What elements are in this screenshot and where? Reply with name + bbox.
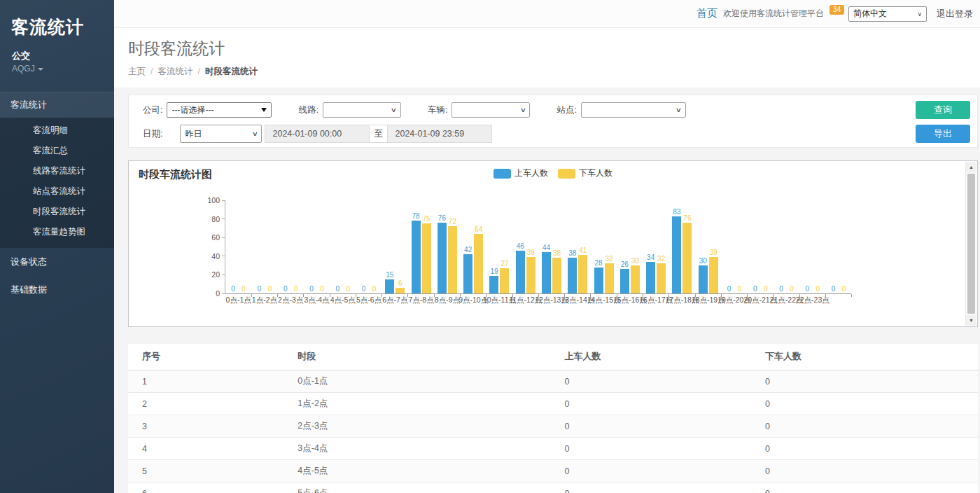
table-row: 65点-6点00 bbox=[128, 482, 978, 493]
bar-value-label: 78 bbox=[412, 212, 420, 220]
bar[interactable] bbox=[578, 255, 587, 293]
bar[interactable] bbox=[657, 263, 666, 293]
bar-group: 002点-3点 bbox=[278, 201, 304, 293]
bar[interactable] bbox=[699, 265, 708, 293]
language-select[interactable]: 简体中文 ∨ bbox=[848, 6, 927, 22]
bar[interactable] bbox=[489, 276, 498, 293]
bar-group: 78757点-8点 bbox=[408, 201, 434, 293]
vehicle-label: 车辆: bbox=[428, 104, 447, 116]
bar-column: 0 bbox=[724, 285, 734, 293]
bar[interactable] bbox=[631, 265, 640, 293]
bar-value-label: 83 bbox=[673, 208, 680, 216]
station-select[interactable]: ∨ bbox=[581, 102, 686, 118]
bar[interactable] bbox=[620, 269, 629, 293]
breadcrumb-home[interactable]: 主页 bbox=[128, 67, 146, 76]
bar-group: 004点-5点 bbox=[330, 201, 356, 293]
bar[interactable] bbox=[542, 252, 551, 293]
breadcrumb-parent[interactable]: 客流统计 bbox=[158, 67, 192, 76]
date-to-input[interactable]: 2024-01-09 23:59 bbox=[388, 125, 491, 142]
bar[interactable] bbox=[672, 216, 681, 293]
sidebar-section[interactable]: 设备状态 bbox=[0, 248, 114, 276]
bar-group: 837617点-18点 bbox=[669, 201, 695, 293]
vehicle-select[interactable]: ∨ bbox=[451, 102, 530, 118]
bar-column: 0 bbox=[370, 285, 379, 293]
language-value: 简体中文 bbox=[853, 8, 887, 20]
station-label: 站点: bbox=[556, 104, 576, 116]
y-axis-tick: 100 bbox=[197, 196, 225, 204]
notification-badge[interactable]: 34 bbox=[830, 5, 844, 15]
bar-group: 384113点-14点 bbox=[565, 201, 591, 293]
chevron-down-icon: ∨ bbox=[391, 106, 397, 113]
bar-value-label: 38 bbox=[553, 249, 561, 257]
table-cell: 4点-5点 bbox=[292, 460, 559, 482]
date-preset-select[interactable]: 昨日 ∨ bbox=[180, 125, 262, 143]
home-link[interactable]: 首页 bbox=[696, 7, 718, 20]
bar-value-label: 32 bbox=[606, 255, 613, 263]
bar-value-label: 30 bbox=[699, 257, 707, 265]
table-cell: 1 bbox=[128, 370, 292, 393]
company-select[interactable]: ---请选择--- bbox=[167, 102, 272, 118]
bar-column: 76 bbox=[682, 214, 692, 293]
sidebar-item[interactable]: 时段客流统计 bbox=[0, 202, 114, 222]
export-button[interactable]: 导出 bbox=[916, 125, 970, 143]
bar-value-label: 6 bbox=[398, 279, 402, 287]
table-cell: 0 bbox=[559, 415, 760, 438]
bar-value-label: 0 bbox=[832, 285, 836, 293]
bar-value-label: 0 bbox=[779, 285, 783, 293]
bar-value-label: 76 bbox=[438, 214, 446, 222]
bar[interactable] bbox=[594, 268, 603, 293]
bar-group: 005点-6点 bbox=[356, 201, 382, 293]
sidebar-item[interactable]: 客流明细 bbox=[0, 120, 114, 141]
date-from-input[interactable]: 2024-01-09 00:00 bbox=[265, 125, 369, 142]
bar[interactable] bbox=[526, 257, 536, 293]
org-code-dropdown[interactable]: AQGJ bbox=[12, 64, 102, 74]
chart-panel: 时段车流统计图 上车人数下车人数 020406080100000点-1点001点… bbox=[128, 160, 978, 327]
bar[interactable] bbox=[385, 279, 394, 293]
chart-scrollbar[interactable]: ▲ ▼ bbox=[965, 162, 976, 326]
sidebar-item[interactable]: 客流汇总 bbox=[0, 141, 114, 161]
sidebar-section[interactable]: 客流统计 bbox=[0, 92, 114, 118]
sidebar-item[interactable]: 线路客流统计 bbox=[0, 161, 114, 181]
table-cell: 2 bbox=[128, 393, 292, 415]
line-select[interactable]: ∨ bbox=[323, 102, 401, 118]
bar[interactable] bbox=[568, 258, 577, 293]
bar-group: 463911点-12点 bbox=[512, 201, 538, 293]
bar[interactable] bbox=[500, 268, 509, 293]
sidebar-item[interactable]: 客流量趋势图 bbox=[0, 222, 114, 242]
sidebar-section[interactable]: 基础数据 bbox=[0, 276, 114, 304]
scrollbar-thumb[interactable] bbox=[967, 174, 975, 314]
sidebar-item[interactable]: 站点客流统计 bbox=[0, 181, 114, 202]
bar[interactable] bbox=[474, 234, 483, 293]
bar-group: 0021点-22点 bbox=[774, 201, 799, 293]
bar[interactable] bbox=[682, 223, 692, 293]
table-cell: 3点-4点 bbox=[292, 438, 559, 460]
bar[interactable] bbox=[552, 258, 561, 293]
scroll-down-icon[interactable]: ▼ bbox=[966, 315, 976, 326]
bar[interactable] bbox=[448, 226, 457, 293]
bar-column: 83 bbox=[672, 208, 681, 293]
bar[interactable] bbox=[412, 221, 421, 293]
bar-group: 263015点-16点 bbox=[617, 201, 643, 293]
scroll-up-icon[interactable]: ▲ bbox=[966, 162, 976, 172]
bar[interactable] bbox=[422, 223, 431, 293]
x-axis-label: 4点-5点 bbox=[330, 296, 356, 305]
bar-column: 72 bbox=[448, 218, 457, 293]
bar[interactable] bbox=[646, 262, 655, 293]
bar[interactable] bbox=[463, 254, 472, 293]
logout-link[interactable]: 退出登录 bbox=[937, 8, 973, 20]
query-button[interactable]: 查询 bbox=[916, 101, 970, 119]
bar-column: 42 bbox=[463, 246, 472, 293]
bar-value-label: 0 bbox=[346, 285, 350, 293]
legend-item[interactable]: 上车人数 bbox=[493, 167, 548, 179]
bar-column: 0 bbox=[735, 285, 744, 293]
table-cell: 6 bbox=[128, 482, 292, 493]
legend-label: 下车人数 bbox=[579, 167, 612, 179]
bar[interactable] bbox=[438, 223, 447, 293]
legend-item[interactable]: 下车人数 bbox=[558, 167, 612, 179]
bar[interactable] bbox=[516, 251, 525, 293]
bar[interactable] bbox=[396, 288, 405, 293]
bar[interactable] bbox=[605, 263, 614, 293]
bar[interactable] bbox=[709, 257, 718, 293]
bar-value-label: 0 bbox=[258, 285, 262, 293]
col-header-period: 时段 bbox=[292, 344, 559, 370]
